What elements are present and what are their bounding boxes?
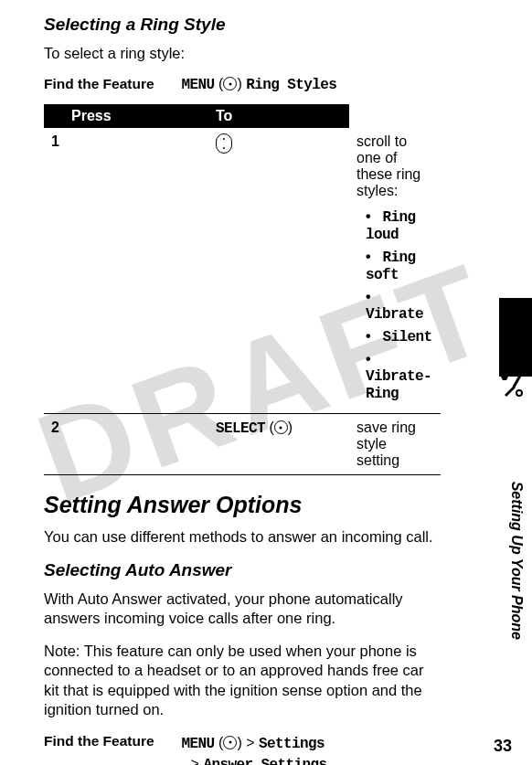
ring-style-list: • Ring loud • Ring soft • Vibrate • Sile… — [366, 208, 433, 402]
find-feature-row-2: Find the Feature MENU () > Settings > An… — [44, 733, 441, 766]
step-number: 2 — [44, 414, 208, 475]
list-item: • Vibrate — [366, 289, 433, 323]
find-feature-value: MENU () Ring Styles — [182, 76, 337, 93]
note-text: Note: This feature can only be used when… — [44, 642, 441, 720]
step-to: scroll to one of these ring styles: • Ri… — [349, 128, 441, 414]
select-text: SELECT — [216, 420, 265, 437]
list-item-label: Silent — [382, 329, 431, 345]
list-item: • Ring soft — [366, 249, 433, 283]
menu-text: MENU — [182, 736, 215, 752]
scroll-key-icon — [216, 133, 232, 154]
intro-text: To select a ring style: — [44, 44, 441, 63]
page-number: 33 — [494, 737, 512, 756]
svg-point-1 — [516, 390, 522, 396]
table-row: 1 scroll to one of these ring styles: • … — [44, 128, 441, 414]
list-item-label: Vibrate-Ring — [366, 368, 431, 402]
step-press — [208, 128, 349, 414]
find-feature-label: Find the Feature — [44, 76, 154, 92]
svg-rect-0 — [513, 375, 522, 388]
settings-wrench-icon — [497, 371, 528, 406]
feature-rest: Ring Styles — [246, 77, 336, 93]
body-text: You can use different methods to answer … — [44, 527, 441, 547]
find-feature-path: MENU () > Settings > Answer Settings > A… — [182, 733, 327, 766]
section-subheading-auto-answer: Selecting Auto Answer — [44, 560, 441, 580]
step-to-text: scroll to one of these ring styles: — [356, 133, 420, 198]
section-heading-answer-options: Setting Answer Options — [44, 492, 441, 518]
path-part: Answer Settings — [203, 757, 326, 765]
sidebar-tab — [499, 298, 532, 377]
menu-key-icon — [274, 420, 288, 434]
path-part: Settings — [259, 736, 325, 752]
col-header-press: Press — [44, 104, 208, 128]
find-feature-row-1: Find the Feature MENU () Ring Styles — [44, 76, 441, 93]
find-feature-label: Find the Feature — [44, 733, 154, 749]
list-item-label: Vibrate — [366, 306, 423, 323]
step-number: 1 — [44, 128, 208, 414]
menu-key-icon — [223, 77, 237, 90]
menu-key-icon — [223, 736, 237, 749]
col-header-to: To — [208, 104, 349, 128]
step-to: save ring style setting — [349, 414, 441, 475]
table-row: 2 SELECT () save ring style setting — [44, 414, 441, 475]
section-subheading-ring-style: Selecting a Ring Style — [44, 15, 441, 35]
list-item: • Ring loud — [366, 208, 433, 243]
note-body: This feature can only be used when your … — [44, 643, 424, 717]
body-text: With Auto Answer activated, your phone a… — [44, 590, 441, 629]
list-item: • Silent — [366, 328, 433, 345]
steps-table: Press To 1 scroll to one of these ring s… — [44, 104, 441, 475]
note-label: Note: — [44, 643, 80, 659]
list-item: • Vibrate-Ring — [366, 351, 433, 402]
step-press: SELECT () — [208, 414, 349, 475]
sidebar-section-label: Setting Up Your Phone — [508, 482, 525, 640]
menu-text: MENU — [182, 77, 215, 93]
